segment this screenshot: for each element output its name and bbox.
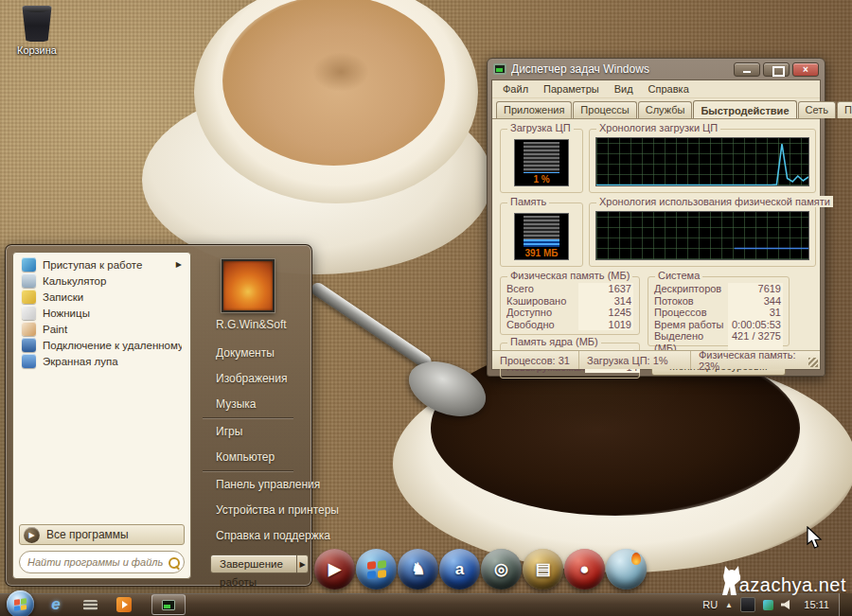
start-item-remote-desktop[interactable]: Подключение к удаленному ра... (16, 337, 187, 353)
system-group: Система Дескрипторов7619 Потоков344 Проц… (648, 276, 790, 346)
sticky-notes-icon (22, 290, 36, 304)
recycle-bin[interactable]: Корзина (6, 6, 68, 56)
search-input[interactable] (27, 556, 163, 568)
start-item-music[interactable]: Музыка (199, 392, 297, 417)
dock: ▶ ♞ a ◎ ▤ ● (314, 549, 647, 590)
dock-windows-icon[interactable] (356, 549, 397, 590)
tab-applications[interactable]: Приложения (496, 101, 572, 118)
close-button[interactable]: × (792, 62, 819, 77)
task-manager-body: Файл Параметры Вид Справка Приложения Пр… (491, 79, 821, 370)
memory-history-group: Хронология использования физической памя… (589, 202, 816, 267)
start-item-control-panel[interactable]: Панель управления (199, 472, 297, 498)
show-hidden-icons-arrow[interactable]: ▲ (725, 601, 733, 609)
spoon-scoop-photo (400, 351, 493, 427)
start-button[interactable] (7, 590, 34, 616)
language-indicator[interactable]: RU (702, 599, 718, 610)
tab-users[interactable]: Пользователи (837, 101, 852, 118)
stat-row: Время работы0:00:05:53 (654, 319, 783, 331)
performance-tab-content: Загрузка ЦП 1 % Хронология загрузки ЦП П… (492, 118, 820, 350)
dock-chess-icon[interactable]: ♞ (398, 549, 438, 590)
dock-burn-disc-icon[interactable] (606, 549, 647, 590)
memory-history-group-label: Хронология использования физической памя… (596, 196, 833, 207)
cat-logo-icon (721, 564, 746, 596)
start-item-paint[interactable]: Paint (16, 321, 187, 337)
watermark: azachya.net (721, 564, 846, 596)
start-menu-right-panel: R.G.Win&Soft Документы Изображения Музык… (191, 252, 305, 579)
spoon-handle-photo (309, 280, 434, 370)
search-icon (169, 557, 179, 568)
start-item-games[interactable]: Игры (199, 419, 297, 445)
windows-flag-icon (367, 559, 386, 578)
cpu-usage-group: Загрузка ЦП 1 % (500, 129, 583, 193)
menu-options[interactable]: Параметры (536, 81, 607, 97)
menu-view[interactable]: Вид (607, 81, 641, 97)
dock-letter-a-icon[interactable]: a (439, 549, 480, 590)
taskbar-explorer-icon[interactable] (80, 595, 100, 614)
user-avatar[interactable] (222, 259, 275, 312)
memory-gauge-value: 391 МБ (515, 248, 568, 259)
memory-history-chart (595, 211, 809, 260)
start-item-calculator[interactable]: Калькулятор (16, 273, 187, 289)
coffee-foam-photo (222, 0, 445, 166)
start-item-help-support[interactable]: Справка и поддержка (199, 523, 297, 549)
stat-row: Потоков344 (654, 295, 783, 308)
show-desktop-button[interactable] (839, 593, 852, 616)
start-item-getting-started[interactable]: Приступая к работе ▶ (16, 256, 187, 273)
taskbar-media-player-icon[interactable] (114, 595, 134, 614)
tab-performance[interactable]: Быстродействие (693, 100, 796, 119)
tab-processes[interactable]: Процессы (573, 101, 636, 118)
getting-started-icon (22, 257, 36, 272)
tab-services[interactable]: Службы (638, 101, 693, 118)
start-item-magnifier[interactable]: Экранная лупа (16, 353, 187, 369)
stat-row: Дескрипторов7619 (654, 283, 783, 295)
start-item-sticky-notes[interactable]: Записки (16, 289, 187, 305)
dock-red-apple-icon[interactable]: ● (564, 549, 605, 590)
stat-row: Доступно1245 (506, 307, 633, 319)
kernel-memory-group-label: Память ядра (МБ) (507, 336, 601, 347)
physical-memory-group-label: Физическая память (МБ) (507, 270, 632, 281)
dock-media-player-icon[interactable]: ▶ (314, 549, 355, 590)
flame-icon (631, 553, 641, 565)
mouse-cursor (806, 526, 825, 551)
maximize-button[interactable] (763, 62, 790, 77)
start-item-devices-printers[interactable]: Устройства и принтеры (199, 498, 297, 523)
start-item-documents[interactable]: Документы (199, 341, 297, 366)
start-menu: Приступая к работе ▶ Калькулятор Записки… (5, 244, 312, 587)
stat-row: Процессов31 (654, 307, 783, 319)
taskbar-task-manager-button[interactable] (151, 594, 186, 615)
status-cpu: Загрузка ЦП: 1% (579, 351, 691, 369)
all-programs-arrow-icon: ▶ (24, 527, 40, 543)
start-menu-left-panel: Приступая к работе ▶ Калькулятор Записки… (12, 252, 191, 579)
user-name: R.G.Win&Soft (199, 318, 297, 331)
cpu-history-chart (595, 137, 809, 186)
resize-grip[interactable] (808, 358, 818, 367)
paint-icon (22, 322, 36, 336)
start-item-computer[interactable]: Компьютер (199, 445, 297, 470)
taskbar-ie-icon[interactable]: e (45, 595, 66, 614)
tray-panel-icon[interactable] (740, 597, 755, 612)
task-manager-tabstrip: Приложения Процессы Службы Быстродействи… (492, 98, 820, 118)
recycle-bin-icon (21, 6, 53, 42)
menu-file[interactable]: Файл (495, 81, 536, 97)
all-programs-button[interactable]: ▶ Все программы (19, 524, 185, 545)
start-search-box[interactable] (19, 551, 185, 573)
start-item-snipping-tool[interactable]: Ножницы (16, 305, 187, 321)
coffee-bowl-photo (393, 355, 852, 572)
dock-gold-books-icon[interactable]: ▤ (523, 549, 563, 590)
task-manager-menubar: Файл Параметры Вид Справка (492, 80, 820, 98)
task-manager-icon (162, 600, 175, 610)
minimize-button[interactable] (734, 62, 760, 77)
tray-volume-icon[interactable] (781, 600, 790, 609)
menu-help[interactable]: Справка (641, 81, 697, 97)
dock-disc-icon[interactable]: ◎ (481, 549, 522, 590)
memory-gauge-group-label: Память (507, 196, 549, 207)
tab-network[interactable]: Сеть (798, 101, 836, 118)
start-item-pictures[interactable]: Изображения (199, 366, 297, 392)
shutdown-options-arrow[interactable]: ▶ (297, 554, 309, 573)
system-tray: RU ▲ (702, 593, 790, 616)
task-manager-app-icon (493, 63, 506, 75)
shutdown-button[interactable]: Завершение работы (210, 554, 297, 573)
taskbar-clock[interactable]: 15:11 (804, 593, 829, 616)
task-manager-titlebar[interactable]: Диспетчер задач Windows × (488, 59, 825, 79)
tray-network-icon[interactable] (763, 600, 773, 610)
